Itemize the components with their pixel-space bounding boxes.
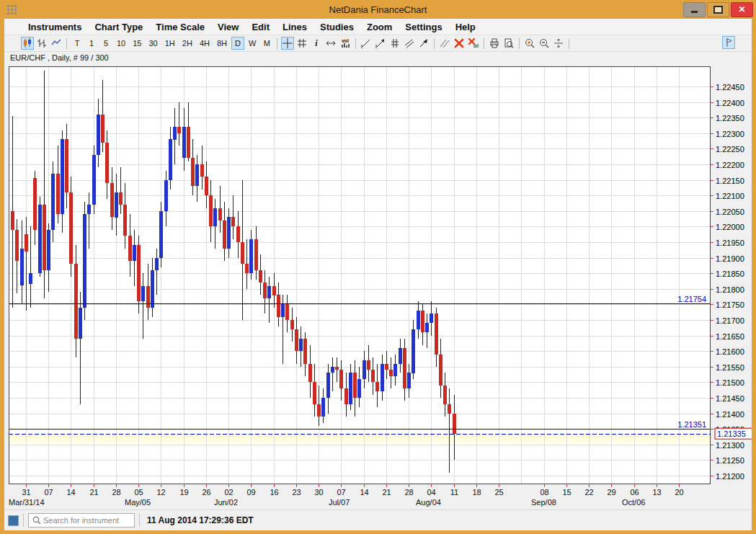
instrument-color-icon[interactable] (8, 515, 19, 526)
svg-text:1.22350: 1.22350 (716, 114, 744, 123)
minimize-button[interactable] (683, 2, 706, 17)
timeframe-4h-button[interactable]: 4H (197, 37, 213, 50)
menu-time-scale[interactable]: Time Scale (149, 22, 211, 32)
timeframe-1h-button[interactable]: 1H (162, 37, 178, 50)
app-window: NetDania FinanceChart ✕ InstrumentsChart… (0, 0, 756, 534)
menu-studies[interactable]: Studies (313, 22, 360, 32)
menu-instruments[interactable]: Instruments (22, 22, 88, 32)
svg-text:1.21335: 1.21335 (717, 430, 746, 438)
toolbar-separator (484, 38, 484, 49)
toolbar: T151015301H2H4H8HDWMivolall (4, 35, 752, 52)
menu-lines[interactable]: Lines (276, 22, 313, 32)
minimize-icon (691, 11, 698, 13)
svg-text:1.21800: 1.21800 (716, 285, 744, 294)
crosshair-button[interactable] (281, 37, 294, 50)
candlestick-chart-button[interactable] (21, 37, 34, 50)
svg-text:1.21450: 1.21450 (716, 394, 744, 403)
timeframe-1m-button[interactable]: 1 (85, 37, 98, 50)
svg-text:23: 23 (292, 488, 301, 497)
pointer-arrow-button[interactable] (417, 37, 430, 50)
svg-text:1.21351: 1.21351 (677, 420, 706, 429)
svg-text:07: 07 (337, 488, 345, 497)
svg-text:1.22400: 1.22400 (716, 99, 744, 107)
close-button[interactable]: ✕ (731, 2, 753, 17)
zoom-in-button[interactable] (523, 37, 536, 50)
timeframe-monthly-button[interactable]: M (260, 37, 273, 50)
trend-line-button[interactable] (360, 37, 373, 50)
window-controls: ✕ (683, 2, 753, 17)
timeframe-8h-button[interactable]: 8H (214, 37, 230, 50)
pin-panel-button[interactable] (722, 36, 735, 49)
close-icon: ✕ (738, 4, 745, 14)
svg-text:Jul/07: Jul/07 (329, 498, 350, 507)
svg-text:1.21200: 1.21200 (716, 472, 744, 481)
svg-text:28: 28 (404, 488, 413, 497)
svg-text:1.22000: 1.22000 (716, 223, 744, 231)
delete-all-lines-button[interactable]: all (467, 37, 480, 50)
info-button[interactable]: i (310, 37, 323, 50)
svg-text:04: 04 (427, 488, 435, 497)
svg-text:14: 14 (66, 488, 75, 497)
svg-text:1.21300: 1.21300 (716, 441, 744, 450)
timeframe-weekly-button[interactable]: W (246, 37, 259, 50)
timeframe-15m-button[interactable]: 15 (130, 37, 144, 50)
trend-ray-button[interactable] (374, 37, 387, 50)
svg-text:1.22300: 1.22300 (716, 130, 744, 138)
timestamp: 11 Aug 2014 17:29:36 EDT (147, 515, 254, 525)
timeframe-10m-button[interactable]: 10 (114, 37, 128, 50)
svg-text:29: 29 (607, 488, 615, 497)
svg-text:all: all (473, 43, 479, 48)
fit-vertical-button[interactable] (552, 37, 565, 50)
delete-line-button[interactable] (453, 37, 466, 50)
svg-text:26: 26 (202, 488, 210, 497)
svg-text:Oct/06: Oct/06 (622, 498, 645, 507)
volume-button[interactable]: vol (339, 37, 352, 50)
grid-button[interactable] (295, 37, 308, 50)
print-button[interactable] (488, 37, 501, 50)
svg-text:1.22250: 1.22250 (716, 145, 744, 153)
svg-text:May/05: May/05 (125, 498, 151, 507)
timeframe-tick-button[interactable]: T (71, 37, 84, 50)
menu-chart-type[interactable]: Chart Type (88, 22, 149, 32)
channel-button[interactable] (403, 37, 416, 50)
timeframe-2h-button[interactable]: 2H (179, 37, 195, 50)
svg-text:1.21950: 1.21950 (716, 239, 744, 247)
toolbar-separator (355, 38, 356, 49)
gann-grid-button[interactable] (388, 37, 401, 50)
menu-view[interactable]: View (211, 22, 245, 32)
svg-text:25: 25 (494, 488, 503, 497)
svg-text:30: 30 (314, 488, 323, 497)
menu-edit[interactable]: Edit (245, 22, 276, 32)
svg-text:Mar/31/14: Mar/31/14 (9, 498, 45, 507)
menu-help[interactable]: Help (449, 22, 482, 32)
ohlc-bars-button[interactable] (35, 37, 48, 50)
y-axis: 1.224501.224001.223501.223001.222501.222… (710, 83, 744, 481)
maximize-button[interactable] (707, 2, 729, 17)
parallel-lines-button[interactable] (438, 37, 451, 50)
line-chart-button[interactable] (50, 37, 63, 50)
search-box[interactable] (28, 513, 135, 528)
svg-text:1.21650: 1.21650 (716, 332, 744, 341)
zoom-out-button[interactable] (538, 37, 551, 50)
toolbar-separator (434, 38, 435, 49)
svg-text:21: 21 (382, 488, 391, 497)
print-preview-button[interactable] (502, 37, 515, 50)
timeframe-5m-button[interactable]: 5 (99, 37, 112, 50)
x-axis: 3107142128051219260209162330071421280411… (9, 484, 684, 507)
menu-zoom[interactable]: Zoom (360, 22, 399, 32)
timeframe-daily-button[interactable]: D (231, 37, 244, 50)
statusbar-separator (23, 514, 24, 527)
svg-text:Aug/04: Aug/04 (416, 498, 441, 507)
timeframe-30m-button[interactable]: 30 (146, 37, 161, 50)
svg-text:09: 09 (246, 488, 255, 497)
price-chart[interactable]: 1.217541.213511.224501.224001.223501.223… (4, 63, 752, 509)
svg-text:1.22450: 1.22450 (716, 83, 744, 92)
svg-text:31: 31 (22, 488, 30, 497)
svg-text:06: 06 (630, 488, 639, 497)
svg-text:14: 14 (360, 488, 368, 497)
horizontal-expand-button[interactable] (324, 37, 337, 50)
search-input[interactable] (42, 515, 131, 525)
statusbar: 11 Aug 2014 17:29:36 EDT (4, 509, 752, 530)
window-title: NetDania FinanceChart (0, 4, 756, 15)
menu-settings[interactable]: Settings (399, 22, 448, 32)
